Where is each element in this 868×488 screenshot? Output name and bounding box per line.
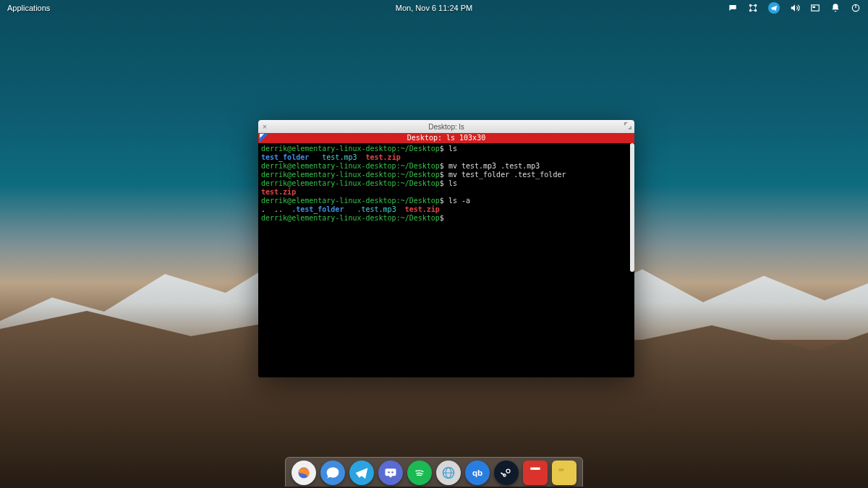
terminal-window: × Desktop: ls Desktop: ls 103x30 derrik@…	[258, 120, 634, 377]
network-icon[interactable]	[748, 3, 758, 13]
dock-steam[interactable]	[494, 461, 519, 485]
terminal-status-text: Desktop: ls 103x30	[407, 134, 485, 142]
svg-point-8	[388, 471, 390, 474]
dock-files[interactable]	[552, 461, 576, 485]
dock-books[interactable]	[523, 461, 548, 485]
close-icon[interactable]: ×	[258, 123, 271, 131]
panel-clock[interactable]: Mon, Nov 6 11:24 PM	[396, 4, 472, 12]
applications-menu[interactable]: Applications	[7, 4, 50, 12]
terminal-scrollbar[interactable]	[630, 143, 634, 272]
svg-rect-19	[559, 468, 564, 471]
volume-icon[interactable]	[790, 3, 800, 13]
dock-spotify[interactable]	[407, 461, 432, 485]
terminal-status-bar: Desktop: ls 103x30	[258, 133, 634, 143]
terminal-status-icon	[260, 134, 268, 142]
terminal-output: derrik@elementary-linux-desktop:~/Deskto…	[261, 145, 631, 223]
top-panel: Applications Mon, Nov 6 11:24 PM	[0, 0, 868, 16]
maximize-icon[interactable]	[624, 122, 631, 131]
dock-discord[interactable]	[378, 461, 403, 485]
dock-telegram[interactable]	[349, 461, 374, 485]
window-title: Desktop: ls	[428, 123, 464, 131]
dock-browser[interactable]	[436, 461, 461, 485]
power-icon[interactable]	[851, 3, 861, 13]
window-titlebar[interactable]: × Desktop: ls	[258, 120, 634, 133]
svg-rect-5	[813, 7, 816, 8]
telegram-icon[interactable]	[768, 2, 780, 14]
dock-mail[interactable]	[320, 461, 345, 485]
dock-qbittorrent[interactable]: qb	[465, 461, 490, 485]
terminal-body[interactable]: derrik@elementary-linux-desktop:~/Deskto…	[258, 143, 634, 377]
notification-icon[interactable]	[830, 3, 841, 13]
discord-icon[interactable]	[728, 3, 738, 13]
dock-firefox[interactable]	[292, 461, 316, 485]
svg-point-13	[501, 467, 513, 479]
svg-text:qb: qb	[472, 468, 482, 477]
workspace-icon[interactable]	[810, 3, 820, 13]
system-tray	[728, 2, 861, 14]
svg-point-9	[391, 471, 393, 474]
dock: qb	[285, 457, 583, 487]
svg-rect-18	[559, 471, 570, 478]
svg-rect-17	[530, 468, 540, 470]
